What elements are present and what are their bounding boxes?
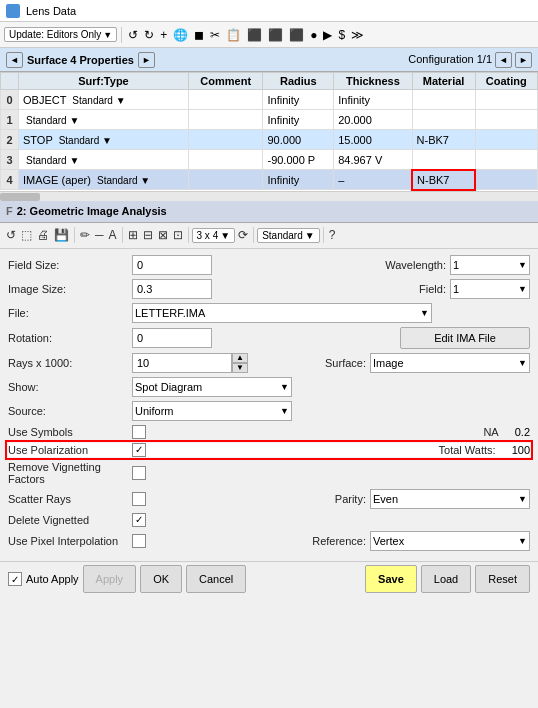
file-select[interactable]: LETTERF.IMA ▼ [132,303,432,323]
toolbar-icon-7[interactable]: 📋 [224,27,243,43]
row-thickness[interactable]: Infinity [334,90,412,110]
atb-btn-help[interactable]: ? [327,227,338,243]
auto-apply-checkbox[interactable]: ✓ [8,572,22,586]
row-type[interactable]: STOP Standard ▼ [19,130,189,150]
toolbar-icon-1[interactable]: ↺ [126,27,140,43]
row-thickness[interactable]: 20.000 [334,110,412,130]
toolbar-icon-10[interactable]: ⬛ [287,27,306,43]
atb-btn-cycle[interactable]: ⟳ [236,227,250,243]
toolbar-icon-4[interactable]: 🌐 [171,27,190,43]
rotation-input[interactable] [132,328,212,348]
table-row[interactable]: 0 OBJECT Standard ▼ Infinity Infinity [1,90,538,110]
atb-btn-grid4[interactable]: ⊡ [171,227,185,243]
atb-layout-dropdown[interactable]: 3 x 4 ▼ [192,228,236,243]
field-size-label: Field Size: [8,259,128,271]
atb-btn-line[interactable]: ─ [93,227,106,243]
atb-btn-print[interactable]: 🖨 [35,227,51,243]
row-radius[interactable]: Infinity [263,110,334,130]
row-coating[interactable] [475,150,537,170]
toolbar-icon-6[interactable]: ✂ [208,27,222,43]
atb-btn-pencil[interactable]: ✏ [78,227,92,243]
table-row[interactable]: 4 IMAGE (aper) Standard ▼ Infinity – N-B… [1,170,538,190]
row-material[interactable]: N-BK7 [412,170,475,190]
toolbar-icon-12[interactable]: ▶ [321,27,334,43]
wavelength-select[interactable]: 1 ▼ [450,255,530,275]
surface-nav-right[interactable]: ► [138,52,155,68]
cancel-button[interactable]: Cancel [186,565,246,593]
table-row[interactable]: 1 Standard ▼ Infinity 20.000 [1,110,538,130]
col-header-type: Surf:Type [19,73,189,90]
use-pixel-checkbox[interactable] [132,534,146,548]
delete-vignetted-checkbox[interactable]: ✓ [132,513,146,527]
atb-btn-save[interactable]: 💾 [52,227,71,243]
row-thickness[interactable]: 84.967 V [334,150,412,170]
row-material[interactable] [412,150,475,170]
row-comment[interactable] [188,110,263,130]
atb-btn-text[interactable]: A [107,227,119,243]
toolbar-icon-13[interactable]: $ [336,27,347,43]
row-radius[interactable]: -90.000 P [263,150,334,170]
edit-ima-button[interactable]: Edit IMA File [400,327,530,349]
row-material[interactable] [412,90,475,110]
scatter-rays-checkbox[interactable] [132,492,146,506]
source-select[interactable]: Uniform ▼ [132,401,292,421]
toolbar-icon-8[interactable]: ⬛ [245,27,264,43]
row-type[interactable]: OBJECT Standard ▼ [19,90,189,110]
row-material[interactable]: N-BK7 [412,130,475,150]
row-type[interactable]: Standard ▼ [19,110,189,130]
row-thickness[interactable]: – [334,170,412,190]
row-radius[interactable]: 90.000 [263,130,334,150]
table-row[interactable]: 2 STOP Standard ▼ 90.000 15.000 N-BK7 [1,130,538,150]
toolbar-icon-11[interactable]: ● [308,27,319,43]
config-nav-left[interactable]: ◄ [495,52,512,68]
save-button[interactable]: Save [365,565,417,593]
atb-btn-copy[interactable]: ⬚ [19,227,34,243]
toolbar-icon-14[interactable]: ≫ [349,27,366,43]
spinner-up[interactable]: ▲ [232,353,248,363]
row-type[interactable]: Standard ▼ [19,150,189,170]
atb-standard-dropdown[interactable]: Standard ▼ [257,228,320,243]
atb-btn-refresh[interactable]: ↺ [4,227,18,243]
reference-select[interactable]: Vertex ▼ [370,531,530,551]
toolbar-icon-5[interactable]: ◼ [192,27,206,43]
update-dropdown[interactable]: Update: Editors Only ▼ [4,27,117,42]
remove-vignetting-checkbox[interactable] [132,466,146,480]
row-coating[interactable] [475,130,537,150]
field-size-input[interactable] [132,255,212,275]
row-coating[interactable] [475,110,537,130]
row-comment[interactable] [188,130,263,150]
use-polarization-checkbox[interactable]: ✓ [132,443,146,457]
table-scrollbar[interactable] [0,191,538,201]
show-select[interactable]: Spot Diagram ▼ [132,377,292,397]
use-symbols-checkbox[interactable] [132,425,146,439]
surface-select[interactable]: Image ▼ [370,353,530,373]
toolbar-icon-3[interactable]: + [158,27,169,43]
row-material[interactable] [412,110,475,130]
toolbar-icon-2[interactable]: ↻ [142,27,156,43]
load-button[interactable]: Load [421,565,471,593]
row-thickness[interactable]: 15.000 [334,130,412,150]
image-size-input[interactable] [132,279,212,299]
row-type[interactable]: IMAGE (aper) Standard ▼ [19,170,189,190]
atb-btn-grid3[interactable]: ⊠ [156,227,170,243]
reset-button[interactable]: Reset [475,565,530,593]
surface-nav-left[interactable]: ◄ [6,52,23,68]
row-coating[interactable] [475,90,537,110]
row-radius[interactable]: Infinity [263,90,334,110]
table-row[interactable]: 3 Standard ▼ -90.000 P 84.967 V [1,150,538,170]
row-comment[interactable] [188,150,263,170]
row-radius[interactable]: Infinity [263,170,334,190]
atb-btn-grid1[interactable]: ⊞ [126,227,140,243]
field-select[interactable]: 1 ▼ [450,279,530,299]
toolbar-icon-9[interactable]: ⬛ [266,27,285,43]
config-nav-right[interactable]: ► [515,52,532,68]
parity-select[interactable]: Even ▼ [370,489,530,509]
atb-btn-grid2[interactable]: ⊟ [141,227,155,243]
apply-button[interactable]: Apply [83,565,137,593]
row-comment[interactable] [188,90,263,110]
rays-input[interactable] [132,353,232,373]
row-comment[interactable] [188,170,263,190]
spinner-down[interactable]: ▼ [232,363,248,373]
ok-button[interactable]: OK [140,565,182,593]
row-coating[interactable] [475,170,537,190]
